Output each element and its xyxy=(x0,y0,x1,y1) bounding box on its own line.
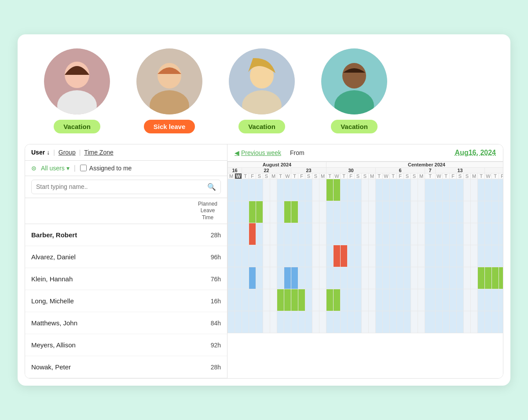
day-T4: T xyxy=(291,173,298,179)
cal-row-long xyxy=(228,245,503,267)
month-row: August 2024 Centember 2024 xyxy=(228,162,503,167)
user-name: Nowak, Peter xyxy=(31,363,71,371)
day-S6: S xyxy=(362,173,369,179)
day-S5: S xyxy=(355,173,362,179)
filter-icon: ⊜ xyxy=(31,165,37,172)
user-name: Alvarez, Daniel xyxy=(31,253,76,261)
user-hours: 92h xyxy=(211,342,221,349)
day-M: M xyxy=(228,173,235,179)
week-23: 23 xyxy=(291,167,326,173)
table-row[interactable]: Meyers, Allison 92h xyxy=(25,334,227,356)
avatar-item-3: Vacation xyxy=(229,48,295,133)
day-T9: T xyxy=(425,173,436,179)
search-row: 🔍 xyxy=(25,176,227,198)
table-row[interactable]: Matthews, John 84h xyxy=(25,312,227,334)
assigned-checkbox-input[interactable] xyxy=(80,165,87,171)
badge-3: Vacation xyxy=(238,120,285,133)
calendar-table: August 2024 Centember 2024 16 22 23 xyxy=(227,162,503,333)
main-card: Vacation Sick leave xyxy=(18,34,510,386)
from-label: From xyxy=(290,149,304,156)
user-hours: 28h xyxy=(211,364,221,371)
svg-point-10 xyxy=(342,63,366,88)
day-F2: F xyxy=(298,173,305,179)
day-S4: S xyxy=(312,173,319,179)
day-S1: S xyxy=(256,173,263,179)
cal-row-alvarez xyxy=(228,201,503,223)
col-user-sort[interactable]: User ↓ xyxy=(31,149,50,156)
table-row[interactable]: Alvarez, Daniel 96h xyxy=(25,246,227,268)
cal-nav-row: ◀ Previous week From Aug16, 2024 xyxy=(227,144,503,162)
avatar-1 xyxy=(44,48,110,114)
cal-row-klein xyxy=(228,223,503,245)
search-icon[interactable]: 🔍 xyxy=(207,183,216,191)
cal-row-matthews xyxy=(228,267,503,289)
week-30: 30 xyxy=(326,167,376,173)
left-header: User ↓ | Group | Time Zone xyxy=(25,144,227,161)
avatar-item-2: Sick leave xyxy=(136,48,202,133)
day-W3: W xyxy=(334,173,341,179)
avatar-3 xyxy=(229,48,295,114)
user-name: Long, Michelle xyxy=(31,297,74,305)
all-users-filter[interactable]: All users ▾ xyxy=(41,165,70,172)
prev-week-button[interactable]: ◀ Previous week xyxy=(235,149,281,156)
day-T6: T xyxy=(341,173,348,179)
day-S2: S xyxy=(263,173,270,179)
month-september: Centember 2024 xyxy=(326,162,503,167)
filter-sep: | xyxy=(74,164,76,172)
badge-4: Vacation xyxy=(331,120,378,133)
col-group[interactable]: Group xyxy=(59,149,76,156)
week-22: 22 xyxy=(242,167,291,173)
week-7: 7 xyxy=(425,167,436,173)
avatar-2 xyxy=(136,48,202,114)
left-panel: User ↓ | Group | Time Zone ⊜ All users ▾… xyxy=(25,144,227,379)
day-T10: T xyxy=(443,173,450,179)
avatar-item-1: Vacation xyxy=(44,48,110,133)
day-M6: M xyxy=(471,173,478,179)
day-F4: F xyxy=(397,173,404,179)
day-F3: F xyxy=(348,173,355,179)
user-list: Barber, Robert 28h Alvarez, Daniel 96h K… xyxy=(25,224,227,378)
day-W2: W xyxy=(284,173,291,179)
badge-2: Sick leave xyxy=(144,120,195,133)
day-S3: S xyxy=(305,173,312,179)
week-13: 13 xyxy=(436,167,485,173)
day-W4: W xyxy=(383,173,390,179)
table-row[interactable]: Klein, Hannah 76h xyxy=(25,268,227,290)
day-T11: T xyxy=(478,173,485,179)
search-box: 🔍 xyxy=(31,180,221,194)
week-row: 16 22 23 30 6 7 13 xyxy=(228,167,503,173)
user-hours: 84h xyxy=(211,320,221,327)
col-timezone[interactable]: Time Zone xyxy=(84,149,113,156)
table-row[interactable]: Long, Michelle 16h xyxy=(25,290,227,312)
day-M4: M xyxy=(369,173,376,179)
day-T2: F xyxy=(249,173,256,179)
day-T8: T xyxy=(390,173,397,179)
day-T12: T xyxy=(492,173,499,179)
day-letters-row: M W T F S S M T W T F S S xyxy=(228,173,503,179)
week-20: 20 xyxy=(485,167,503,173)
day-S8: S xyxy=(411,173,418,179)
search-input[interactable] xyxy=(36,183,204,190)
badge-1: Vacation xyxy=(54,120,100,133)
sep-1: | xyxy=(53,149,55,156)
user-name: Matthews, John xyxy=(31,319,77,327)
chevron-down-icon: ▾ xyxy=(66,165,70,172)
day-S9: S xyxy=(457,173,464,179)
user-name: Barber, Robert xyxy=(31,231,77,239)
day-F5: F xyxy=(450,173,457,179)
calendar-date[interactable]: Aug16, 2024 xyxy=(455,149,496,157)
cal-row-barber xyxy=(228,179,503,201)
week-16: 16 xyxy=(228,167,242,173)
user-hours: 76h xyxy=(211,276,221,283)
avatar-row: Vacation Sick leave xyxy=(18,34,510,144)
user-name: Klein, Hannah xyxy=(31,275,73,283)
table-row[interactable]: Barber, Robert 28h xyxy=(25,224,227,246)
planned-leave-label: PlannedLeaveTime xyxy=(194,201,221,221)
assigned-to-me-checkbox[interactable]: Assigned to me xyxy=(80,165,132,172)
user-hours: 16h xyxy=(211,298,221,305)
svg-point-4 xyxy=(158,63,181,88)
table-row[interactable]: Nowak, Peter 28h xyxy=(25,356,227,378)
user-hours: 28h xyxy=(211,232,221,239)
sep-2: | xyxy=(79,149,81,156)
day-W5: W xyxy=(436,173,443,179)
